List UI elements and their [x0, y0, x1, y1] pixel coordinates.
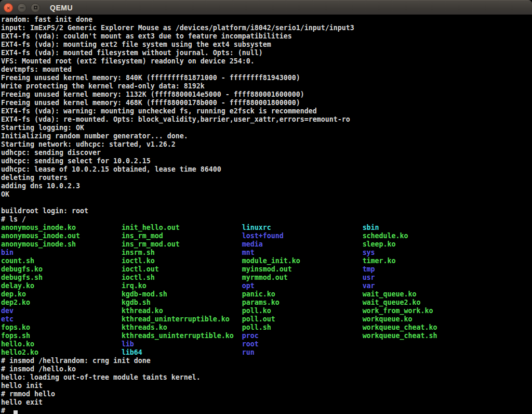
- ls-entry: anonymous_inode.out: [1, 232, 122, 240]
- ls-entry: ioctl.ko: [122, 257, 242, 265]
- ls-row: debugfs.koioctl.outmyinsmod.outtmp: [1, 265, 532, 274]
- terminal-line: Freeing unused kernel memory: 840K (ffff…: [1, 74, 532, 82]
- terminal-line: hello init: [1, 382, 532, 390]
- titlebar[interactable]: ✕ — QEMU: [0, 0, 532, 15]
- ls-entry: tmp: [363, 265, 375, 274]
- maximize-button[interactable]: [31, 3, 40, 12]
- ls-entry: hello2.ko: [1, 348, 122, 357]
- ls-row: bininsrm.shmntsys: [1, 249, 532, 257]
- ls-entry: module_init.ko: [242, 257, 363, 265]
- ls-entry: kgdb-mod.sh: [122, 290, 242, 299]
- ls-entry: irq.ko: [122, 282, 242, 290]
- terminal-line: udhcpc: lease of 10.0.2.15 obtained, lea…: [1, 165, 532, 174]
- terminal-line: EXT4-fs (vda): warning: mounting uncheck…: [1, 107, 532, 115]
- ls-entry: proc: [242, 332, 363, 340]
- terminal-line: # insmod /hello.ko: [1, 365, 532, 373]
- ls-entry: usr: [363, 274, 375, 282]
- minimize-icon: —: [20, 5, 23, 11]
- ls-entry: bin: [1, 249, 122, 257]
- terminal-line: EXT4-fs (vda): re-mounted. Opts: block_v…: [1, 115, 532, 124]
- ls-entry: poll.sh: [242, 324, 363, 332]
- ls-entry: count.sh: [1, 257, 122, 265]
- ls-entry: panic.ko: [242, 290, 363, 299]
- ls-entry: run: [242, 348, 255, 357]
- shell-prompt: #: [1, 407, 9, 414]
- ls-entry: var: [363, 282, 375, 290]
- ls-entry: opt: [242, 282, 363, 290]
- ls-entry: dep2.ko: [1, 299, 122, 307]
- ls-row: anonymous_inode.shins_rm_mod.outmediasle…: [1, 240, 532, 249]
- terminal-line: random: fast init done: [1, 16, 532, 24]
- ls-row: debugfs.shioctl.shmyrmmod.outusr: [1, 274, 532, 282]
- ls-entry: schedule.ko: [363, 232, 408, 240]
- ls-entry: workqueue.ko: [363, 315, 413, 324]
- ls-entry: mnt: [242, 249, 363, 257]
- terminal-line: devtmpfs: mounted: [1, 66, 532, 74]
- ls-entry: lost+found: [242, 232, 363, 240]
- ls-row: count.shioctl.komodule_init.kotimer.ko: [1, 257, 532, 265]
- prompt-line: #: [1, 407, 532, 414]
- terminal-line: deleting routers: [1, 174, 532, 182]
- ls-entry: workqueue_cheat.sh: [363, 332, 437, 340]
- terminal-line: udhcpc: sending select for 10.0.2.15: [1, 157, 532, 165]
- terminal-line: buildroot login: root: [1, 207, 532, 215]
- ls-entry: ins_rm_mod: [122, 232, 242, 240]
- terminal-line: hello: loading out-of-tree module taints…: [1, 373, 532, 382]
- ls-entry: work_from_work.ko: [363, 307, 433, 315]
- terminal-line: EXT4-fs (vda): mounting ext2 file system…: [1, 41, 532, 49]
- ls-entry: anonymous_inode.sh: [1, 240, 122, 249]
- ls-entry: kthreads.ko: [122, 324, 242, 332]
- ls-entry: lib64: [122, 348, 242, 357]
- close-icon: ✕: [6, 5, 10, 11]
- window-title: QEMU: [50, 4, 73, 12]
- ls-entry: sleep.ko: [363, 240, 396, 249]
- terminal-line: [1, 199, 532, 207]
- terminal-cursor: [14, 410, 18, 414]
- ls-entry: kgdb.sh: [122, 299, 242, 307]
- ls-entry: fops.sh: [1, 332, 122, 340]
- terminal-line: udhcpc: sending discover: [1, 149, 532, 157]
- ls-entry: root: [242, 340, 259, 348]
- ls-entry: insrm.sh: [122, 249, 242, 257]
- terminal-line: VFS: Mounted root (ext2 filesystem) read…: [1, 57, 532, 66]
- ls-entry: init_hello.out: [122, 224, 242, 232]
- ls-row: dep2.kokgdb.shparams.kowait_queue2.ko: [1, 299, 532, 307]
- terminal-screen[interactable]: random: fast init doneinput: ImExPS/2 Ge…: [0, 15, 532, 414]
- terminal-line: EXT4-fs (vda): couldn't mount as ext3 du…: [1, 32, 532, 41]
- ls-entry: delay.ko: [1, 282, 122, 290]
- close-button[interactable]: ✕: [4, 3, 13, 12]
- ls-entry: hello.ko: [1, 340, 122, 348]
- ls-row: etckthread_uninterruptible.kopoll.outwor…: [1, 315, 532, 324]
- ls-entry: ins_rm_mod.out: [122, 240, 242, 249]
- ls-entry: kthreads_uninterruptible.ko: [122, 332, 242, 340]
- ls-entry: workqueue_cheat.ko: [363, 324, 437, 332]
- terminal-line: hello exit: [1, 398, 532, 407]
- ls-row: anonymous_inode.outins_rm_modlost+founds…: [1, 232, 532, 240]
- ls-entry: kthread_uninterruptible.ko: [122, 315, 242, 324]
- ls-entry: ioctl.sh: [122, 274, 242, 282]
- ls-row: devkthread.kopoll.kowork_from_work.ko: [1, 307, 532, 315]
- ls-entry: debugfs.ko: [1, 265, 122, 274]
- terminal-line: # rmmod hello: [1, 390, 532, 398]
- maximize-icon: [34, 6, 37, 9]
- terminal-line: Starting logging: OK: [1, 124, 532, 132]
- ls-row: fops.kokthreads.kopoll.shworkqueue_cheat…: [1, 324, 532, 332]
- terminal-line: adding dns 10.0.2.3: [1, 182, 532, 190]
- ls-entry: dep.ko: [1, 290, 122, 299]
- ls-entry: poll.ko: [242, 307, 363, 315]
- ls-entry: sbin: [363, 224, 379, 232]
- terminal-line: Freeing unused kernel memory: 1132K (fff…: [1, 90, 532, 99]
- ls-entry: debugfs.sh: [1, 274, 122, 282]
- ls-row: delay.koirq.kooptvar: [1, 282, 532, 290]
- terminal-line: Initializing random number generator... …: [1, 132, 532, 140]
- ls-entry: timer.ko: [363, 257, 396, 265]
- ls-entry: params.ko: [242, 299, 363, 307]
- terminal-line: # insmod /hellrandom: crng init done: [1, 357, 532, 365]
- ls-entry: sys: [363, 249, 375, 257]
- ls-row: hello.kolibroot: [1, 340, 532, 348]
- ls-row: anonymous_inode.koinit_hello.outlinuxrcs…: [1, 224, 532, 232]
- ls-entry: wait_queue2.ko: [363, 299, 421, 307]
- minimize-button[interactable]: —: [17, 3, 26, 12]
- ls-entry: wait_queue.ko: [363, 290, 417, 299]
- terminal-line: Write protecting the kernel read-only da…: [1, 82, 532, 90]
